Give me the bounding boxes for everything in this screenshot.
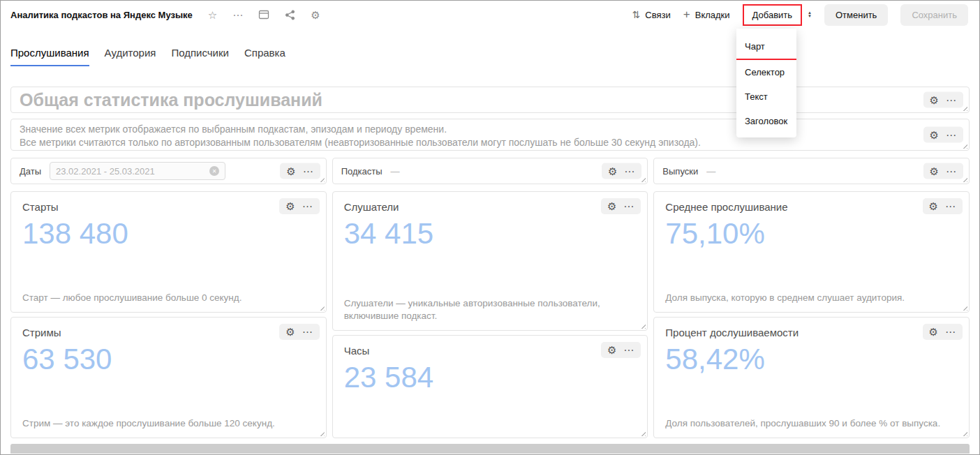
plus-icon: + xyxy=(683,8,690,22)
gear-icon[interactable]: ⚙ xyxy=(930,95,939,105)
gear-icon[interactable]: ⚙ xyxy=(607,345,616,355)
section-title: Общая статистика прослушиваний xyxy=(20,90,322,110)
widget-actions: ⚙ ⋯ xyxy=(279,324,319,340)
more-icon[interactable]: ⋯ xyxy=(232,10,243,20)
caret-down-icon: ▼ xyxy=(808,15,812,18)
cancel-button[interactable]: Отменить xyxy=(824,4,888,26)
metric-value: 58,42% xyxy=(665,343,958,376)
add-button[interactable]: Добавить xyxy=(743,4,802,26)
metric-caption: Старт — любое прослушивание больше 0 сек… xyxy=(22,292,312,304)
more-icon[interactable]: ⋯ xyxy=(303,166,314,177)
more-icon[interactable]: ⋯ xyxy=(945,201,956,211)
topbar-actions: ⇅ Связи + Вкладки Добавить ▲ ▼ Отменить … xyxy=(632,4,968,26)
metric-card-listeners: Слушатели 34 415 Слушатели — уникальные … xyxy=(332,191,648,331)
metric-card-completion: Процент дослушиваемости 58,42% Доля поль… xyxy=(653,317,970,438)
widget-actions: ⚙ ⋯ xyxy=(923,127,963,143)
text-widget: Значение всех метрик отображается по выб… xyxy=(10,119,970,151)
more-icon[interactable]: ⋯ xyxy=(623,345,634,355)
resize-handle[interactable] xyxy=(961,304,967,311)
episodes-select[interactable]: — xyxy=(706,166,715,177)
gear-icon[interactable]: ⚙ xyxy=(286,166,295,177)
tab-help[interactable]: Справка xyxy=(244,47,285,66)
metric-caption: Слушатели — уникальные авторизованные по… xyxy=(344,297,634,322)
widget-actions: ⚙ ⋯ xyxy=(280,163,320,179)
tab-listens[interactable]: Прослушивания xyxy=(10,47,89,66)
more-icon[interactable]: ⋯ xyxy=(945,327,956,337)
gear-icon[interactable]: ⚙ xyxy=(311,10,320,20)
metric-title: Среднее прослушивание xyxy=(665,201,958,213)
topbar: Аналитика подкастов на Яндекс Музыке ☆ ⋯ xyxy=(1,1,979,29)
cards-column-1: Старты 138 480 Старт — любое прослушиван… xyxy=(10,191,327,438)
share-icon[interactable] xyxy=(285,10,295,20)
add-tab-label: Вкладки xyxy=(695,10,730,20)
selector-label: Подкасты xyxy=(341,166,383,177)
resize-handle[interactable] xyxy=(961,430,967,436)
tab-subscribers[interactable]: Подписчики xyxy=(171,47,229,66)
gear-icon[interactable]: ⚙ xyxy=(930,166,939,177)
gear-icon[interactable]: ⚙ xyxy=(285,201,295,211)
resize-handle[interactable] xyxy=(318,304,325,311)
menu-item-title[interactable]: Заголовок xyxy=(736,109,796,133)
widget-actions: ⚙ ⋯ xyxy=(923,163,963,179)
tab-bar: Прослушивания Аудитория Подписчики Справ… xyxy=(1,29,979,66)
more-icon[interactable]: ⋯ xyxy=(946,130,957,140)
relations-button[interactable]: ⇅ Связи xyxy=(632,9,671,20)
text-line-1: Значение всех метрик отображается по выб… xyxy=(20,123,960,136)
topbar-icon-group: ☆ ⋯ ⚙ xyxy=(208,10,320,20)
dashboard-content: Общая статистика прослушиваний ⚙ ⋯ Значе… xyxy=(1,66,979,454)
widget-actions: ⚙ ⋯ xyxy=(923,198,963,214)
episodes-selector-widget: Выпуски — ⚙ ⋯ xyxy=(653,158,970,184)
window-icon[interactable] xyxy=(258,10,269,20)
cards-column-3: Среднее прослушивание 75,10% Доля выпуск… xyxy=(653,191,970,438)
cards-column-2: Слушатели 34 415 Слушатели — уникальные … xyxy=(332,191,648,438)
add-tab-button[interactable]: + Вкладки xyxy=(683,8,730,22)
dashboard-title: Аналитика подкастов на Яндекс Музыке xyxy=(10,10,193,20)
metric-value: 34 415 xyxy=(344,217,637,251)
menu-item-selector[interactable]: Селектор xyxy=(736,60,796,84)
relations-label: Связи xyxy=(645,10,670,20)
more-icon[interactable]: ⋯ xyxy=(302,201,313,211)
metric-title: Слушатели xyxy=(344,201,637,213)
metric-caption: Стрим — это каждое прослушивание больше … xyxy=(22,417,312,430)
metric-title: Процент дослушиваемости xyxy=(665,327,958,338)
metric-title: Старты xyxy=(22,201,315,213)
metric-card-avg-listen: Среднее прослушивание 75,10% Доля выпуск… xyxy=(653,191,970,313)
metric-value: 23 584 xyxy=(344,361,637,394)
menu-item-chart[interactable]: Чарт xyxy=(736,34,796,60)
widget-actions: ⚙ ⋯ xyxy=(279,198,319,214)
resize-handle[interactable] xyxy=(961,142,967,149)
tab-audience[interactable]: Аудитория xyxy=(105,47,156,66)
star-icon[interactable]: ☆ xyxy=(208,10,217,20)
header-widget: Общая статистика прослушиваний ⚙ ⋯ xyxy=(10,87,970,113)
resize-handle[interactable] xyxy=(318,430,325,436)
add-dropdown-toggle-icon[interactable]: ▲ ▼ xyxy=(808,11,812,18)
gear-icon[interactable]: ⚙ xyxy=(285,327,295,337)
resize-handle[interactable] xyxy=(639,430,646,436)
date-range-input[interactable]: 23.02.2021 - 25.03.2021 ✕ xyxy=(50,162,225,180)
resize-handle[interactable] xyxy=(639,322,646,329)
selector-label: Выпуски xyxy=(662,166,698,177)
more-icon[interactable]: ⋯ xyxy=(623,201,634,211)
widget-actions: ⚙ ⋯ xyxy=(601,342,641,358)
more-icon[interactable]: ⋯ xyxy=(946,166,957,177)
podcasts-selector-widget: Подкасты — ⚙ ⋯ xyxy=(332,158,648,184)
metric-title: Часы xyxy=(344,345,637,357)
gear-icon[interactable]: ⚙ xyxy=(929,327,938,337)
widget-actions: ⚙ ⋯ xyxy=(601,198,641,214)
gear-icon[interactable]: ⚙ xyxy=(930,130,939,140)
relations-icon: ⇅ xyxy=(632,9,641,20)
partial-widget[interactable] xyxy=(10,444,970,454)
more-icon[interactable]: ⋯ xyxy=(624,166,635,177)
text-line-2: Все метрики считаются только по авторизо… xyxy=(20,136,960,149)
metric-value: 138 480 xyxy=(22,217,315,251)
more-icon[interactable]: ⋯ xyxy=(946,95,957,105)
menu-item-text[interactable]: Текст xyxy=(736,84,796,109)
clear-icon[interactable]: ✕ xyxy=(209,166,219,176)
save-button[interactable]: Сохранить xyxy=(900,4,968,26)
podcasts-select[interactable]: — xyxy=(391,166,400,177)
gear-icon[interactable]: ⚙ xyxy=(929,201,938,211)
more-icon[interactable]: ⋯ xyxy=(302,327,313,337)
gear-icon[interactable]: ⚙ xyxy=(608,166,617,177)
selector-label: Даты xyxy=(20,166,41,177)
gear-icon[interactable]: ⚙ xyxy=(607,201,616,211)
